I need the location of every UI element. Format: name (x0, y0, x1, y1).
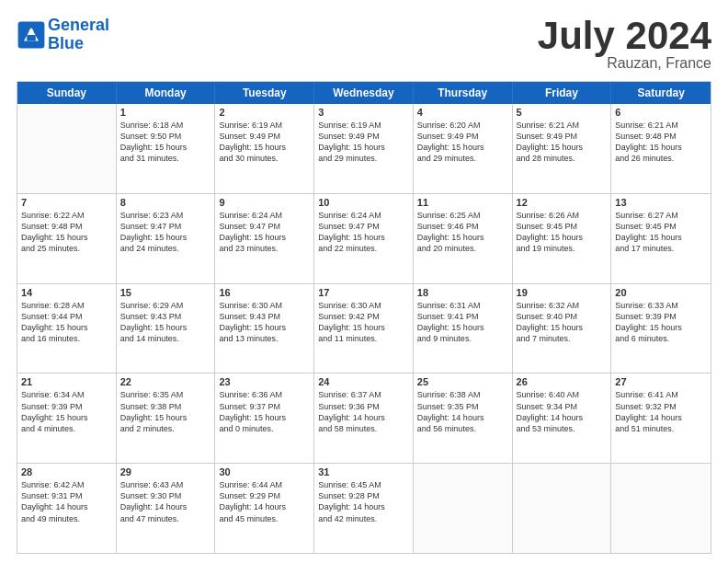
day-number: 13 (615, 197, 707, 208)
day-number: 31 (318, 466, 409, 477)
cell-info: Sunrise: 6:22 AM Sunset: 9:48 PM Dayligh… (21, 210, 112, 255)
day-number: 30 (219, 466, 310, 477)
day-number: 21 (21, 376, 112, 387)
calendar-cell: 16Sunrise: 6:30 AM Sunset: 9:43 PM Dayli… (215, 284, 314, 373)
location: Rauzan, France (538, 55, 711, 72)
calendar-cell: 3Sunrise: 6:19 AM Sunset: 9:49 PM Daylig… (314, 104, 414, 193)
calendar-cell: 1Sunrise: 6:18 AM Sunset: 9:50 PM Daylig… (117, 104, 216, 193)
cell-info: Sunrise: 6:28 AM Sunset: 9:44 PM Dayligh… (21, 300, 112, 345)
cell-info: Sunrise: 6:18 AM Sunset: 9:50 PM Dayligh… (120, 120, 211, 165)
day-number: 26 (517, 376, 608, 387)
day-number: 4 (417, 107, 508, 118)
cell-info: Sunrise: 6:44 AM Sunset: 9:29 PM Dayligh… (219, 479, 310, 524)
day-number: 28 (21, 466, 112, 477)
header-thursday: Thursday (414, 82, 513, 104)
logo: General Blue (17, 17, 109, 53)
calendar-cell: 8Sunrise: 6:23 AM Sunset: 9:47 PM Daylig… (117, 194, 216, 283)
calendar-cell: 17Sunrise: 6:30 AM Sunset: 9:42 PM Dayli… (314, 284, 414, 373)
logo-icon (17, 20, 46, 50)
header-monday: Monday (117, 82, 216, 104)
cell-info: Sunrise: 6:37 AM Sunset: 9:36 PM Dayligh… (318, 389, 409, 434)
logo-line1: General (48, 17, 109, 35)
day-number: 9 (219, 197, 310, 208)
page: General Blue July 2024 Rauzan, France Su… (0, 0, 728, 563)
header-friday: Friday (513, 82, 612, 104)
calendar-cell: 18Sunrise: 6:31 AM Sunset: 9:41 PM Dayli… (414, 284, 513, 373)
cell-info: Sunrise: 6:24 AM Sunset: 9:47 PM Dayligh… (219, 210, 310, 255)
calendar-cell: 25Sunrise: 6:38 AM Sunset: 9:35 PM Dayli… (414, 373, 513, 463)
calendar-cell: 12Sunrise: 6:26 AM Sunset: 9:45 PM Dayli… (513, 194, 612, 283)
day-number: 8 (120, 197, 211, 208)
cell-info: Sunrise: 6:35 AM Sunset: 9:38 PM Dayligh… (120, 389, 211, 434)
calendar-cell: 2Sunrise: 6:19 AM Sunset: 9:49 PM Daylig… (215, 104, 314, 193)
day-number: 25 (417, 376, 508, 387)
calendar-row-2: 14Sunrise: 6:28 AM Sunset: 9:44 PM Dayli… (17, 283, 711, 373)
cell-info: Sunrise: 6:42 AM Sunset: 9:31 PM Dayligh… (21, 479, 112, 524)
calendar-cell: 24Sunrise: 6:37 AM Sunset: 9:36 PM Dayli… (314, 373, 414, 463)
cell-info: Sunrise: 6:30 AM Sunset: 9:43 PM Dayligh… (219, 300, 310, 345)
calendar-cell: 4Sunrise: 6:20 AM Sunset: 9:49 PM Daylig… (414, 104, 513, 193)
cell-info: Sunrise: 6:19 AM Sunset: 9:49 PM Dayligh… (318, 120, 409, 165)
cell-info: Sunrise: 6:30 AM Sunset: 9:42 PM Dayligh… (318, 300, 409, 345)
cell-info: Sunrise: 6:26 AM Sunset: 9:45 PM Dayligh… (517, 210, 608, 255)
cell-info: Sunrise: 6:33 AM Sunset: 9:39 PM Dayligh… (615, 300, 707, 345)
calendar-body: 1Sunrise: 6:18 AM Sunset: 9:50 PM Daylig… (17, 104, 711, 553)
day-number: 24 (318, 376, 409, 387)
cell-info: Sunrise: 6:20 AM Sunset: 9:49 PM Dayligh… (417, 120, 508, 165)
day-number: 29 (120, 466, 211, 477)
calendar-cell: 15Sunrise: 6:29 AM Sunset: 9:43 PM Dayli… (117, 284, 216, 373)
cell-info: Sunrise: 6:24 AM Sunset: 9:47 PM Dayligh… (318, 210, 409, 255)
calendar-cell: 22Sunrise: 6:35 AM Sunset: 9:38 PM Dayli… (117, 373, 216, 463)
cell-info: Sunrise: 6:40 AM Sunset: 9:34 PM Dayligh… (517, 389, 608, 434)
day-number: 7 (21, 197, 112, 208)
header-wednesday: Wednesday (314, 82, 414, 104)
day-number: 1 (120, 107, 211, 118)
calendar-row-1: 7Sunrise: 6:22 AM Sunset: 9:48 PM Daylig… (17, 193, 711, 283)
cell-info: Sunrise: 6:38 AM Sunset: 9:35 PM Dayligh… (417, 389, 508, 434)
cell-info: Sunrise: 6:31 AM Sunset: 9:41 PM Dayligh… (417, 300, 508, 345)
cell-info: Sunrise: 6:21 AM Sunset: 9:49 PM Dayligh… (517, 120, 608, 165)
header-sunday: Sunday (17, 82, 117, 104)
calendar-cell: 11Sunrise: 6:25 AM Sunset: 9:46 PM Dayli… (414, 194, 513, 283)
day-number: 23 (219, 376, 310, 387)
cell-info: Sunrise: 6:29 AM Sunset: 9:43 PM Dayligh… (120, 300, 211, 345)
day-number: 12 (517, 197, 608, 208)
calendar-cell: 5Sunrise: 6:21 AM Sunset: 9:49 PM Daylig… (513, 104, 612, 193)
cell-info: Sunrise: 6:21 AM Sunset: 9:48 PM Dayligh… (615, 120, 707, 165)
logo-line2: Blue (48, 35, 109, 53)
cell-info: Sunrise: 6:19 AM Sunset: 9:49 PM Dayligh… (219, 120, 310, 165)
calendar-cell: 30Sunrise: 6:44 AM Sunset: 9:29 PM Dayli… (215, 464, 314, 553)
day-number: 14 (21, 287, 112, 298)
cell-info: Sunrise: 6:32 AM Sunset: 9:40 PM Dayligh… (517, 300, 608, 345)
svg-point-3 (29, 29, 34, 33)
calendar-row-3: 21Sunrise: 6:34 AM Sunset: 9:39 PM Dayli… (17, 373, 711, 463)
cell-info: Sunrise: 6:36 AM Sunset: 9:37 PM Dayligh… (219, 389, 310, 434)
calendar: Sunday Monday Tuesday Wednesday Thursday… (17, 81, 711, 554)
header: General Blue July 2024 Rauzan, France (17, 17, 711, 72)
day-number: 6 (615, 107, 707, 118)
calendar-cell: 26Sunrise: 6:40 AM Sunset: 9:34 PM Dayli… (513, 373, 612, 463)
day-number: 16 (219, 287, 310, 298)
svg-rect-2 (27, 35, 36, 40)
calendar-cell (17, 104, 117, 193)
day-number: 15 (120, 287, 211, 298)
calendar-cell: 6Sunrise: 6:21 AM Sunset: 9:48 PM Daylig… (611, 104, 711, 193)
calendar-cell: 21Sunrise: 6:34 AM Sunset: 9:39 PM Dayli… (17, 373, 117, 463)
day-number: 11 (417, 197, 508, 208)
header-saturday: Saturday (611, 82, 711, 104)
cell-info: Sunrise: 6:34 AM Sunset: 9:39 PM Dayligh… (21, 389, 112, 434)
calendar-cell: 28Sunrise: 6:42 AM Sunset: 9:31 PM Dayli… (17, 464, 117, 553)
cell-info: Sunrise: 6:45 AM Sunset: 9:28 PM Dayligh… (318, 479, 409, 524)
day-number: 18 (417, 287, 508, 298)
calendar-cell: 20Sunrise: 6:33 AM Sunset: 9:39 PM Dayli… (611, 284, 711, 373)
calendar-cell: 29Sunrise: 6:43 AM Sunset: 9:30 PM Dayli… (117, 464, 216, 553)
header-tuesday: Tuesday (215, 82, 314, 104)
calendar-row-0: 1Sunrise: 6:18 AM Sunset: 9:50 PM Daylig… (17, 104, 711, 193)
day-number: 3 (318, 107, 409, 118)
cell-info: Sunrise: 6:27 AM Sunset: 9:45 PM Dayligh… (615, 210, 707, 255)
title-block: July 2024 Rauzan, France (538, 17, 711, 72)
day-number: 17 (318, 287, 409, 298)
day-number: 27 (615, 376, 707, 387)
calendar-cell: 27Sunrise: 6:41 AM Sunset: 9:32 PM Dayli… (611, 373, 711, 463)
day-number: 10 (318, 197, 409, 208)
